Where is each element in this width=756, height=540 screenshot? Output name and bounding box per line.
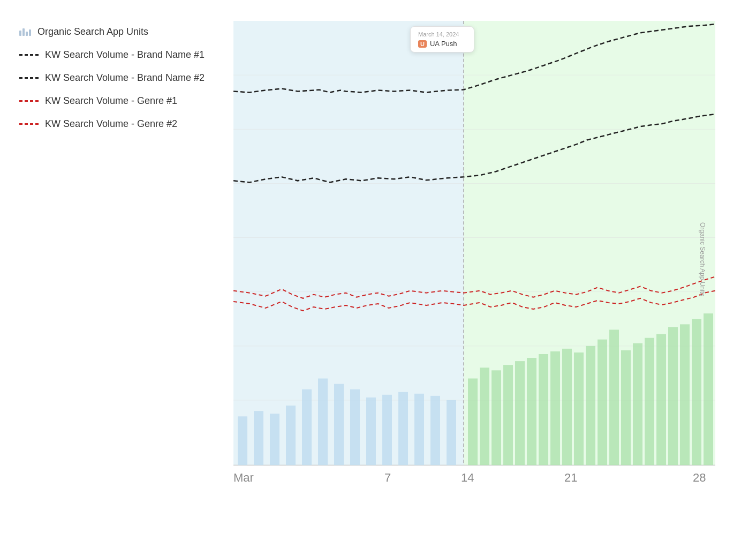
bar-green-5 [515, 361, 525, 465]
tooltip-item: U UA Push [418, 40, 466, 48]
chart-area: March 14, 2024 U UA Push Organic Search … [233, 21, 715, 498]
bar-green-17 [656, 334, 666, 466]
x-label-21: 21 [564, 471, 577, 484]
bar-green-14 [621, 350, 631, 465]
bar-green-16 [645, 338, 654, 466]
bar-green-11 [586, 346, 595, 466]
x-label-14: 14 [461, 471, 474, 484]
chart-container: Organic Search App Units KW Search Volum… [9, 10, 747, 530]
bar-green-7 [539, 354, 548, 465]
bar-green-15 [633, 343, 642, 466]
bar-green-20 [692, 319, 701, 465]
legend-organic: Organic Search App Units [19, 26, 205, 38]
bar-blue-2 [254, 411, 263, 465]
bar-green-4 [503, 365, 513, 465]
bar-green-8 [550, 351, 560, 465]
bar-blue-14 [447, 400, 456, 465]
organic-icon [19, 28, 31, 36]
legend-kw3: KW Search Volume - Genre #1 [19, 95, 205, 107]
kw1-label: KW Search Volume - Brand Name #1 [45, 49, 205, 61]
bar-blue-8 [350, 389, 360, 466]
x-label-28: 28 [693, 471, 706, 484]
kw4-line-icon [19, 123, 39, 125]
kw3-label: KW Search Volume - Genre #1 [45, 95, 177, 107]
kw2-line-icon [19, 77, 39, 79]
bar-green-21 [704, 313, 713, 465]
bar-blue-13 [430, 396, 440, 465]
bar-blue-7 [334, 384, 344, 466]
bar-green-6 [527, 358, 536, 465]
tooltip-badge: U [418, 40, 427, 48]
legend-area: Organic Search App Units KW Search Volum… [19, 26, 205, 130]
blue-region [233, 21, 464, 465]
tooltip-title: March 14, 2024 [418, 31, 466, 38]
bar-green-10 [574, 352, 584, 465]
kw4-label: KW Search Volume - Genre #2 [45, 118, 177, 130]
legend-kw1: KW Search Volume - Brand Name #1 [19, 49, 205, 61]
tooltip-item-label: UA Push [430, 40, 457, 48]
legend-kw4: KW Search Volume - Genre #2 [19, 118, 205, 130]
bar-green-2 [480, 368, 489, 465]
bar-blue-3 [270, 414, 279, 465]
bar-blue-4 [286, 406, 296, 465]
bar-green-12 [598, 340, 607, 466]
bar-blue-9 [366, 398, 376, 465]
bar-blue-1 [238, 416, 247, 465]
bar-green-1 [468, 379, 478, 466]
bar-green-19 [680, 324, 690, 465]
bar-blue-6 [318, 379, 328, 466]
bar-blue-10 [382, 395, 392, 465]
kw2-label: KW Search Volume - Brand Name #2 [45, 72, 205, 84]
kw3-line-icon [19, 100, 39, 102]
bar-blue-12 [414, 394, 424, 466]
y-axis-label: Organic Search App Units [699, 222, 706, 296]
bar-blue-5 [302, 389, 312, 466]
bar-green-13 [609, 329, 619, 465]
x-label-mar: Mar [233, 471, 254, 484]
bar-green-3 [492, 370, 501, 465]
kw1-line-icon [19, 54, 39, 56]
bar-blue-11 [398, 392, 408, 466]
legend-kw2: KW Search Volume - Brand Name #2 [19, 72, 205, 84]
bar-green-9 [562, 349, 572, 465]
x-label-7: 7 [384, 471, 391, 484]
bar-green-18 [668, 327, 678, 465]
chart-svg: Mar 7 14 21 28 - - - - - - - - - [233, 21, 715, 498]
tooltip-box: March 14, 2024 U UA Push [410, 26, 474, 52]
organic-label: Organic Search App Units [37, 26, 148, 38]
